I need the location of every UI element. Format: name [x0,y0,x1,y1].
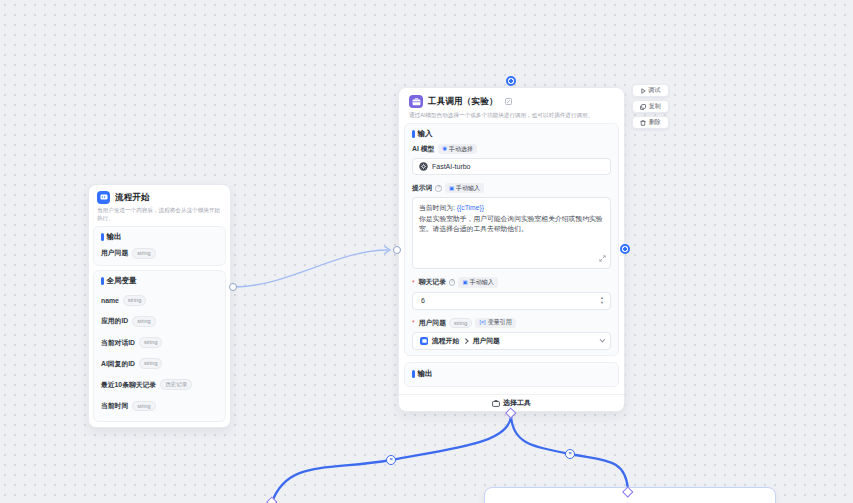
variable-ref-icon: [×] [479,320,485,326]
history-count-input[interactable]: 6 ▲ ▼ [412,292,611,310]
type-tag: string [132,401,155,412]
type-tag: string [132,248,155,259]
tool-input-section: 输入 AI 模型 ◉ 手动选择 FastAI-turbo 提示词 ? ▣ [404,123,619,356]
start-globals-section: 全局变量 name string 应用的ID string 当前对话ID str… [93,270,226,423]
required-mark: * [412,319,415,326]
question-label-row: * 用户问题 string [×] 变量引用 [412,318,611,329]
model-name: FastAI-turbo [432,163,471,170]
history-count-value: 6 [421,297,425,304]
branch-left-target-handle[interactable] [266,496,277,503]
manual-input-badge[interactable]: ▣ 手动输入 [458,277,497,287]
model-avatar-icon [419,162,428,171]
flow-start-header: 流程开始 [89,185,230,206]
section-label: 全局变量 [101,276,218,286]
debug-button[interactable]: 调试 [632,84,669,97]
manual-select-badge[interactable]: ◉ 手动选择 [438,144,477,154]
chevron-down-icon [600,337,606,343]
play-icon [641,88,646,94]
ref-node-name: 流程开始 [432,336,459,346]
copy-button[interactable]: 复制 [632,100,669,113]
global-var-row: 最近10条聊天记录 历史记录 [101,374,218,395]
global-var-row: name string [101,290,218,311]
tool-right-source-handle[interactable] [620,244,630,254]
variable-ref-badge[interactable]: [×] 变量引用 [475,318,515,328]
tool-top-target-handle[interactable] [506,76,516,86]
template-variable: {{cTime}} [457,204,484,211]
question-source-select[interactable]: 流程开始 用户问题 [412,332,611,350]
prompt-body: 你是实验室助手，用户可能会询问实验室相关介绍或预约实验室。请选择合适的工具去帮助… [419,214,604,235]
copy-icon [640,104,646,110]
required-mark: * [412,279,415,286]
start-right-source-handle[interactable] [229,283,237,291]
tool-left-target-handle[interactable] [393,246,401,254]
global-var-row: AI回复的ID string [101,353,218,374]
node-description: 当用户发送一个内容后，流程将会从这个模块开始执行。 [89,206,230,222]
flow-canvas[interactable]: 流程开始 当用户发送一个内容后，流程将会从这个模块开始执行。 输出 用户问题 s… [0,0,853,503]
prompt-textarea[interactable]: 当前时间为: {{cTime}} 你是实验室助手，用户可能会询问实验室相关介绍或… [412,197,611,269]
delete-button[interactable]: 删除 [632,116,669,129]
flow-start-mini-icon [420,337,428,345]
global-var-row: 当前时间 string [101,395,218,416]
help-icon[interactable]: ? [449,279,456,286]
spinner-down-icon[interactable]: ▼ [600,301,604,305]
ai-model-select[interactable]: FastAI-turbo [412,158,611,175]
section-label: 输出 [101,232,218,242]
flow-start-icon [97,191,110,204]
briefcase-icon [492,400,500,407]
manual-input-badge[interactable]: ▣ 手动输入 [445,183,484,193]
expand-textarea-icon[interactable] [599,255,606,266]
type-tag: string [449,318,472,329]
node-description: 通过AI模型自动选择一个或多个功能块进行调用，也可以对插件进行调用。 [399,111,624,119]
history-label-row: * 聊天记录 ? ▣ 手动输入 [412,277,611,287]
node-flow-start[interactable]: 流程开始 当用户发送一个内容后，流程将会从这个模块开始执行。 输出 用户问题 s… [88,184,231,428]
chevron-right-icon [463,339,468,344]
section-label: 输入 [412,129,611,139]
node-tool-call[interactable]: 工具调用（实验） 通过AI模型自动选择一个或多个功能块进行调用，也可以对插件进行… [398,87,625,412]
edge-start-to-tool [233,250,388,287]
global-var-row: 应用的ID string [101,311,218,332]
node-title: 工具调用（实验） [428,96,498,108]
type-tag: string [123,295,146,306]
trash-icon [640,120,646,126]
type-tag: string [139,358,162,369]
type-tag: 历史记录 [160,379,192,390]
edit-title-icon[interactable] [505,98,512,105]
output-row: 用户问题 string [101,246,218,260]
manual-select-icon: ◉ [442,146,447,152]
ref-field-name: 用户问题 [473,336,500,346]
tool-call-header: 工具调用（实验） [399,88,624,111]
tool-output-section: 输出 [404,362,619,387]
prompt-label-row: 提示词 ? ▣ 手动输入 [412,183,611,193]
global-var-row: 当前对话ID string [101,332,218,353]
toolbox-icon [409,95,423,108]
unlink-edge-left-icon[interactable]: × [386,455,396,465]
edge-start-to-tool-arrowhead [384,246,390,254]
prompt-line-time: 当前时间为: {{cTime}} [419,203,604,214]
manual-input-icon: ▣ [449,186,454,192]
type-tag: string [132,316,155,327]
type-tag: string [139,337,162,348]
ai-model-label-row: AI 模型 ◉ 手动选择 [412,144,611,154]
section-label: 输出 [412,369,611,379]
start-output-section: 输出 用户问题 string [93,226,226,266]
help-icon[interactable]: ? [435,185,442,192]
unlink-edge-right-icon[interactable]: × [565,449,575,459]
manual-input-icon: ▣ [462,280,467,286]
node-title: 流程开始 [115,192,150,204]
